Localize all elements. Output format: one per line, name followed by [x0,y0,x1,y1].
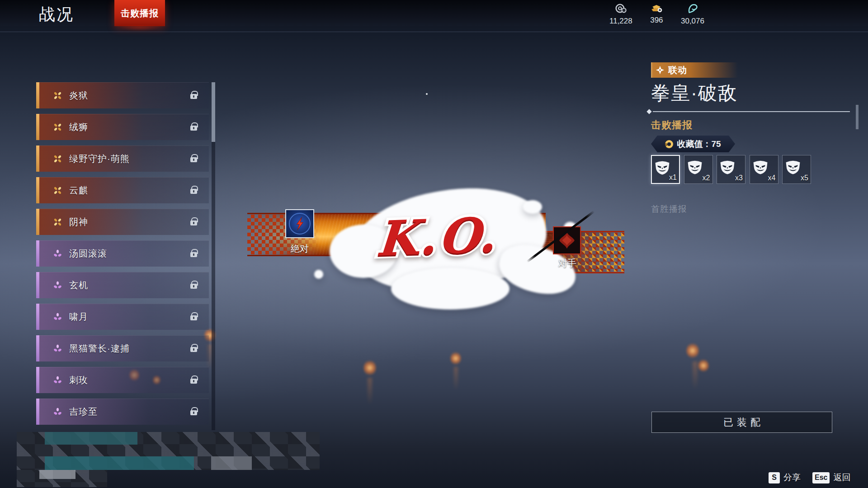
collection-value: 75 [711,139,721,149]
multiplier-tile-x4[interactable]: x4 [750,155,778,184]
lock-icon [190,221,197,225]
list-scrollbar[interactable] [212,82,215,430]
list-item-label: 绒狮 [69,121,88,133]
currency-conch: 30,076 [681,3,704,26]
panel-scrollbar-thumb[interactable] [856,105,859,129]
rarity-accent [36,240,39,267]
multiplier-label: x5 [801,174,808,182]
list-item-label: 刺玫 [69,374,88,386]
share-hotkey[interactable]: S 分享 [769,472,801,483]
multiplier-label: x2 [703,174,710,182]
winner-avatar [285,209,314,238]
multiplier-tile-x5[interactable]: x5 [782,155,811,184]
lock-icon [190,347,197,352]
dust-speck [426,93,428,95]
multiplier-label: x3 [735,174,743,182]
currency-coin: 11,228 [609,3,632,26]
share-label: 分享 [783,472,801,483]
currency-value: 396 [650,16,663,25]
purple-petal-icon [52,375,63,385]
currency-bar: 11,22839630,076 [609,3,704,26]
item-category: 击败播报 [651,118,693,132]
purple-petal-icon [52,343,63,354]
rarity-accent [36,367,39,393]
list-item[interactable]: 黑猫警长·逮捕 [36,335,209,361]
multiplier-label: x1 [669,174,677,182]
purple-petal-icon [52,249,63,259]
page-title: 战况 [39,4,74,26]
list-item-label: 玄机 [69,279,88,291]
currency-value: 30,076 [681,17,704,26]
purple-petal-icon [52,312,63,322]
conch-icon [687,3,698,16]
lantern-glow [686,343,699,359]
winner-name: 絶对 [279,243,321,255]
collection-label: 收藏值： [677,139,711,149]
lock-icon [190,284,197,289]
top-bar: 战况 击败播报 11,22839630,076 [0,0,868,26]
currency-value: 11,228 [609,17,632,26]
list-item[interactable]: 啸月 [36,304,209,330]
gold-pinwheel-icon [52,154,63,164]
list-item[interactable]: 吉珍至 [36,399,209,425]
multiplier-tiles: x1x2x3x4x5 [651,155,811,184]
list-item[interactable]: 绿野守护·萌熊 [36,145,209,172]
mask-icon [719,159,736,178]
share-key-badge: S [769,472,780,483]
multiplier-tile-x3[interactable]: x3 [717,155,745,184]
list-item[interactable]: 绒狮 [36,114,209,140]
back-key-badge: Esc [812,472,830,483]
ink-splash [391,268,509,310]
item-title: 拳皇·破敌 [651,80,738,106]
back-hotkey[interactable]: Esc 返回 [812,472,850,483]
lantern-glow [698,359,709,372]
purple-petal-icon [52,280,63,291]
lock-icon [190,379,197,384]
rarity-accent [36,335,39,361]
list-item[interactable]: 云麒 [36,177,209,203]
lock-icon [190,94,197,99]
collab-badge-label: 联动 [668,64,687,76]
collection-icon [665,140,673,148]
equipped-button-label: 已装配 [720,416,764,429]
list-item-label: 绿野守护·萌熊 [69,153,130,165]
panel-divider [653,111,850,112]
multiplier-tile-x1[interactable]: x1 [651,155,680,184]
tab-defeat-broadcast[interactable]: 击败播报 [114,0,165,26]
shuriken-icon [656,66,665,75]
gold-pinwheel-icon [52,122,63,132]
gold-pinwheel-icon [52,217,63,227]
lock-icon [190,252,197,257]
list-item[interactable]: 玄机 [36,272,209,298]
censored-player-info [17,432,320,470]
list-item[interactable]: 炎狱 [36,82,209,108]
lantern-reflection [368,378,372,405]
list-item-label: 啸月 [69,311,88,323]
ink-splash [314,270,323,279]
rarity-accent [36,114,39,140]
first-win-label: 首胜播报 [651,203,687,215]
lock-icon [190,126,197,131]
list-item[interactable]: 刺玫 [36,367,209,393]
multiplier-label: x4 [768,174,776,182]
coin-icon [615,3,627,16]
game-screen: 战况 击败播报 11,22839630,076 炎狱绒狮绿野守护·萌熊云麒阴神汤… [0,0,868,488]
tab-label: 击败播报 [121,7,159,19]
multiplier-tile-x2[interactable]: x2 [684,155,713,184]
list-item[interactable]: 汤圆滚滚 [36,240,209,267]
lantern-reflection [454,367,458,390]
list-item-label: 吉珍至 [69,406,98,418]
collab-badge: 联动 [651,62,738,78]
mask-icon [686,159,703,178]
mask-icon [654,159,671,178]
rarity-accent [36,304,39,330]
list-scrollbar-thumb[interactable] [212,82,215,142]
ingot-icon [650,3,663,15]
list-item-label: 黑猫警长·逮捕 [69,343,130,355]
winner-emblem-icon [292,216,308,232]
purple-petal-icon [52,407,63,417]
gold-pinwheel-icon [52,90,63,101]
rarity-accent [36,177,39,203]
list-item[interactable]: 阴神 [36,209,209,235]
equipped-button[interactable]: 已装配 [651,412,832,433]
